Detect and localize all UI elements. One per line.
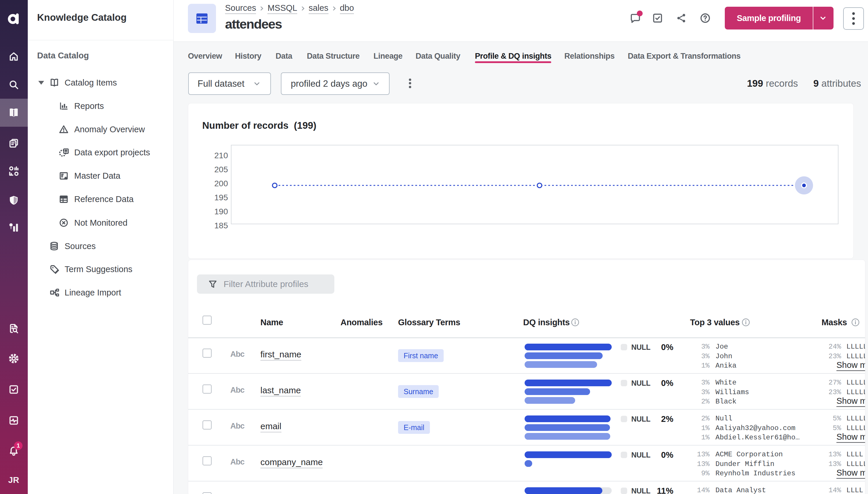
svg-text:185: 185 xyxy=(214,221,228,230)
svg-text:195: 195 xyxy=(214,193,228,202)
svg-text:200: 200 xyxy=(214,179,228,188)
svg-text:210: 210 xyxy=(214,151,228,160)
svg-text:190: 190 xyxy=(214,207,228,216)
svg-text:205: 205 xyxy=(214,165,228,174)
